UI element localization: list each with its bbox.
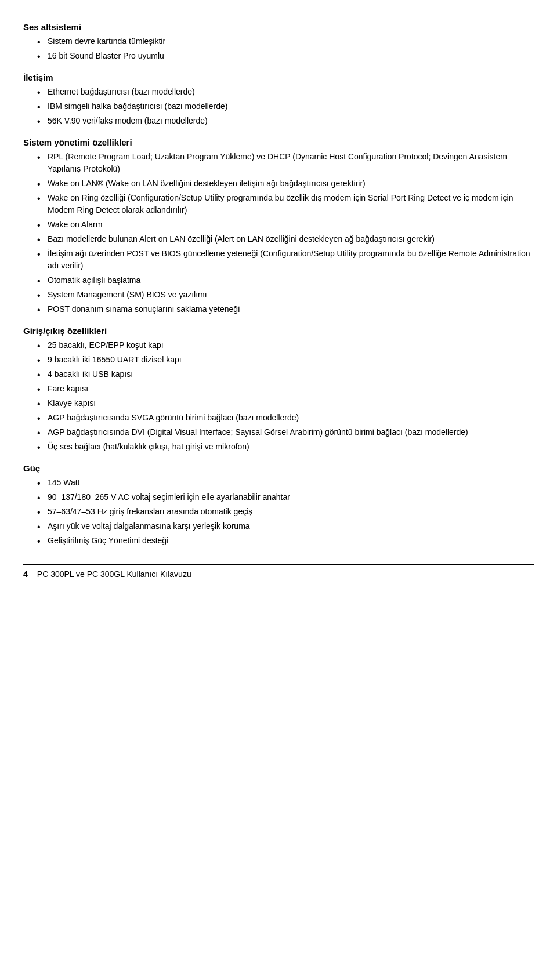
- sistem-list: RPL (Remote Program Load; Uzaktan Progra…: [35, 151, 534, 315]
- list-item: Aşırı yük ve voltaj dalgalanmasına karşı…: [35, 520, 534, 532]
- section-heading-ses: Ses altsistemi: [23, 22, 534, 32]
- list-item: Ethernet bağdaştırıcısı (bazı modellerde…: [35, 86, 534, 98]
- list-item: 145 Watt: [35, 477, 534, 489]
- list-item: 4 bacaklı iki USB kapısı: [35, 368, 534, 380]
- list-item: Sistem devre kartında tümleşiktir: [35, 35, 534, 48]
- list-item: Bazı modellerde bulunan Alert on LAN öze…: [35, 233, 534, 245]
- list-item: 56K V.90 veri/faks modem (bazı modellerd…: [35, 115, 534, 127]
- section-heading-iletisim: İletişim: [23, 72, 534, 82]
- list-item: 25 bacaklı, ECP/EPP koşut kapı: [35, 339, 534, 351]
- section-heading-giris: Giriş/çıkış özellikleri: [23, 326, 534, 336]
- list-item: RPL (Remote Program Load; Uzaktan Progra…: [35, 151, 534, 175]
- list-item: 9 bacaklı iki 16550 UART dizisel kapı: [35, 354, 534, 366]
- list-item: AGP bağdaştırıcısında SVGA görüntü birim…: [35, 412, 534, 424]
- section-guc: Güç 145 Watt 90–137/180–265 V AC voltaj …: [23, 463, 534, 547]
- list-item: İletişim ağı üzerinden POST ve BIOS günc…: [35, 248, 534, 272]
- page-number: 4: [23, 569, 28, 579]
- section-giris-cikis: Giriş/çıkış özellikleri 25 bacaklı, ECP/…: [23, 326, 534, 453]
- list-item: AGP bağdaştırıcısında DVI (Digital Visua…: [35, 426, 534, 438]
- list-item: 90–137/180–265 V AC voltaj seçimleri içi…: [35, 491, 534, 503]
- section-ses-altsistemi: Ses altsistemi Sistem devre kartında tüm…: [23, 22, 534, 62]
- section-heading-guc: Güç: [23, 463, 534, 473]
- list-item: Üç ses bağlacı (hat/kulaklık çıkışı, hat…: [35, 441, 534, 453]
- list-item: Wake on LAN® (Wake on LAN özelliğini des…: [35, 177, 534, 190]
- list-item: POST donanım sınama sonuçlarını saklama …: [35, 303, 534, 315]
- list-item: Geliştirilmiş Güç Yönetimi desteği: [35, 535, 534, 547]
- list-item: 16 bit Sound Blaster Pro uyumlu: [35, 50, 534, 62]
- list-item: 57–63/47–53 Hz giriş frekansları arasınd…: [35, 506, 534, 518]
- section-sistem-yonetimi: Sistem yönetimi özellikleri RPL (Remote …: [23, 137, 534, 315]
- list-item: Wake on Ring özelliği (Configuration/Set…: [35, 192, 534, 216]
- list-item: IBM simgeli halka bağdaştırıcısı (bazı m…: [35, 100, 534, 112]
- ses-list: Sistem devre kartında tümleşiktir 16 bit…: [35, 35, 534, 62]
- giris-list: 25 bacaklı, ECP/EPP koşut kapı 9 bacaklı…: [35, 339, 534, 453]
- list-item: Fare kapısı: [35, 383, 534, 395]
- list-item: Wake on Alarm: [35, 219, 534, 231]
- iletisim-list: Ethernet bağdaştırıcısı (bazı modellerde…: [35, 86, 534, 127]
- page-content: Ses altsistemi Sistem devre kartında tüm…: [23, 22, 534, 579]
- guc-list: 145 Watt 90–137/180–265 V AC voltaj seçi…: [35, 477, 534, 547]
- list-item: Otomatik açılışlı başlatma: [35, 274, 534, 286]
- list-item: System Management (SM) BIOS ve yazılımı: [35, 289, 534, 301]
- footer-text: PC 300PL ve PC 300GL Kullanıcı Kılavuzu: [37, 569, 191, 579]
- page-footer: 4 PC 300PL ve PC 300GL Kullanıcı Kılavuz…: [23, 564, 534, 579]
- list-item: Klavye kapısı: [35, 397, 534, 409]
- section-iletisim: İletişim Ethernet bağdaştırıcısı (bazı m…: [23, 72, 534, 127]
- section-heading-sistem: Sistem yönetimi özellikleri: [23, 137, 534, 147]
